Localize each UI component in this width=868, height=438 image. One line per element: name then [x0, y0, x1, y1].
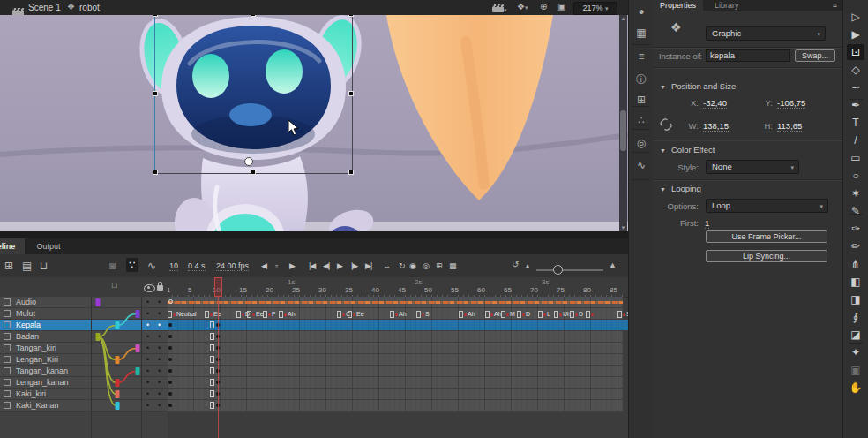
frame-row-Mulut[interactable]: NeutralEeDEeFAhCEeAhSAhAhMDLUhDS — [168, 308, 623, 320]
section-position-size[interactable]: ▼Position and Size — [660, 81, 736, 91]
frame-row-Kaki_Kanan[interactable] — [168, 400, 623, 412]
align-panel-icon[interactable]: ≡ — [629, 50, 654, 63]
phoneme-keyframe-Neutral[interactable]: Neutral — [168, 309, 197, 319]
hollow-keyframe[interactable] — [210, 402, 214, 409]
tab-timeline[interactable]: Timeline — [0, 238, 25, 254]
section-color-effect[interactable]: ▼Color Effect — [660, 145, 715, 155]
phoneme-keyframe-L[interactable]: L — [538, 309, 550, 319]
keyframe-dot[interactable] — [168, 404, 172, 407]
phoneme-keyframe-M[interactable]: M — [501, 309, 515, 319]
frame-row-Lengan_Kiri[interactable] — [168, 354, 623, 366]
rectangle-tool[interactable]: ▭ — [847, 150, 864, 166]
hollow-keyframe[interactable] — [210, 356, 214, 363]
transport-button-0[interactable]: ◀ — [261, 261, 266, 270]
instance-name-field[interactable]: kepala — [706, 49, 790, 62]
hollow-keyframe[interactable] — [210, 379, 214, 386]
keyframe-dot[interactable] — [168, 358, 172, 361]
parent-swatch-Badan[interactable] — [96, 333, 101, 341]
lip-syncing-button[interactable]: Lip Syncing... — [706, 250, 827, 262]
tab-library[interactable]: Library — [707, 0, 746, 11]
paint-bucket-tool[interactable]: ◧ — [847, 274, 864, 290]
paint-brush-tool[interactable]: ✑ — [847, 221, 864, 237]
parent-swatch-Lengan_Kiri[interactable] — [116, 356, 120, 364]
eyedropper-tool[interactable]: ∮ — [847, 309, 864, 325]
nav-button-3[interactable]: |▶ — [351, 261, 357, 270]
first-frame-value[interactable]: 1 — [705, 218, 709, 229]
keyframe-dot[interactable] — [168, 392, 172, 396]
swatches-panel-icon[interactable]: ▦ — [629, 26, 654, 39]
keyframe-dot[interactable] — [168, 346, 172, 350]
new-layer-icon[interactable]: ⊞ — [4, 261, 13, 271]
layer-lock-dot[interactable]: • — [158, 400, 161, 411]
symbol-breadcrumb[interactable]: robot — [79, 0, 100, 15]
layer-lock-dot[interactable]: • — [158, 354, 161, 365]
phoneme-keyframe-Ah[interactable]: Ah — [390, 309, 407, 319]
nav-button-4[interactable]: ▶| — [365, 261, 371, 270]
scroll-up-icon[interactable]: ▲ — [619, 16, 627, 21]
frame-action-button-0[interactable]: ↔ — [383, 261, 390, 270]
frame-row-Kepala[interactable] — [168, 320, 628, 331]
transport-button-1[interactable]: ▫ — [275, 261, 277, 270]
lasso-tool[interactable]: ∽ — [847, 79, 864, 95]
camera-view-icon[interactable]: ◙ — [109, 261, 116, 271]
layer-visibility-dot[interactable]: • — [146, 343, 149, 353]
stage-vertical-scrollbar[interactable]: ▲ ▼ — [619, 15, 627, 231]
zoom-in-frames-icon[interactable]: ▲ — [609, 261, 617, 269]
layer-visibility-dot[interactable]: • — [146, 320, 149, 330]
y-value[interactable]: -106,75 — [777, 98, 805, 109]
onion-skin-button-1[interactable]: ◎ — [423, 261, 429, 270]
edit-scene-icon[interactable]: ▾ — [492, 4, 507, 14]
new-folder-icon[interactable]: ▤ — [22, 261, 32, 271]
polystar-tool[interactable]: ✶ — [847, 185, 864, 201]
hollow-keyframe[interactable] — [210, 333, 214, 340]
use-frame-picker-button[interactable]: Use Frame Picker... — [706, 230, 827, 243]
layer-visibility-dot[interactable]: • — [146, 389, 149, 399]
panel-menu-icon[interactable]: ≡ — [833, 0, 837, 11]
phoneme-keyframe-Uh[interactable]: Uh — [554, 309, 571, 319]
frame-action-button-1[interactable]: ↻ — [399, 261, 405, 270]
layer-lock-dot[interactable]: • — [158, 297, 161, 307]
selection-tool[interactable]: ▷ — [847, 9, 864, 25]
phoneme-keyframe-Ee[interactable]: Ee — [247, 309, 264, 319]
parent-swatch-Lengan_kanan[interactable] — [116, 379, 120, 387]
layer-visibility-dot[interactable]: • — [146, 354, 149, 365]
hand-tool[interactable]: ✋ — [847, 380, 864, 396]
fps-value[interactable]: 24.00 fps — [216, 261, 249, 271]
onion-skin-button-0[interactable]: ◉ — [409, 261, 415, 270]
timeline-zoom-slider[interactable] — [536, 269, 603, 271]
hollow-keyframe[interactable] — [210, 367, 214, 374]
phoneme-keyframe-Ah[interactable]: Ah — [485, 309, 502, 319]
center-frame-icon[interactable]: ⊕ — [540, 3, 547, 11]
parent-swatch-Kaki_kiri[interactable] — [116, 390, 120, 398]
text-tool[interactable]: T — [847, 115, 864, 131]
layer-lock-dot[interactable]: • — [158, 377, 161, 388]
phoneme-keyframe-D[interactable]: D — [517, 309, 530, 319]
parent-view-icon[interactable]: ∵ — [126, 258, 138, 272]
frames-area[interactable]: 15101520253035404550556065707580851s2s3s… — [168, 277, 628, 438]
layer-lock-dot[interactable]: • — [158, 331, 161, 342]
phoneme-keyframe-Ah[interactable]: Ah — [459, 309, 475, 319]
parent-swatch-Mulut[interactable] — [136, 310, 140, 318]
lock-column-icon[interactable] — [157, 285, 163, 291]
nav-button-1[interactable]: ◀| — [323, 261, 329, 270]
parent-swatch-Kaki_Kanan[interactable] — [116, 402, 120, 410]
timeline-zoom-knob[interactable] — [553, 265, 563, 275]
layer-visibility-dot[interactable]: • — [146, 331, 149, 342]
oval-tool[interactable]: ○ — [847, 168, 864, 184]
current-frame-value[interactable]: 10 — [169, 261, 178, 271]
transform-panel-icon[interactable]: ⊞ — [629, 94, 654, 106]
scene-breadcrumb[interactable]: Scene 1 — [28, 0, 61, 15]
hollow-keyframe[interactable] — [210, 344, 214, 351]
phoneme-keyframe-S[interactable]: S — [416, 309, 430, 319]
phoneme-keyframe-Ah[interactable]: Ah — [279, 309, 296, 319]
onion-skin-button-2[interactable]: ⊞ — [436, 261, 442, 270]
layer-lock-dot[interactable]: • — [158, 308, 161, 319]
bone-tool[interactable]: ⋔ — [847, 256, 864, 272]
layer-visibility-dot[interactable]: • — [146, 400, 149, 411]
empty-keyframe[interactable] — [168, 299, 173, 304]
zoom-out-frames-icon[interactable]: ▴ — [526, 262, 529, 269]
hollow-keyframe[interactable] — [210, 321, 214, 328]
subselection-tool[interactable]: ▶ — [847, 26, 864, 42]
stage-zoom-select[interactable]: 217% ▾ — [573, 2, 617, 15]
frame-row-Lengan_kanan[interactable] — [168, 377, 623, 389]
